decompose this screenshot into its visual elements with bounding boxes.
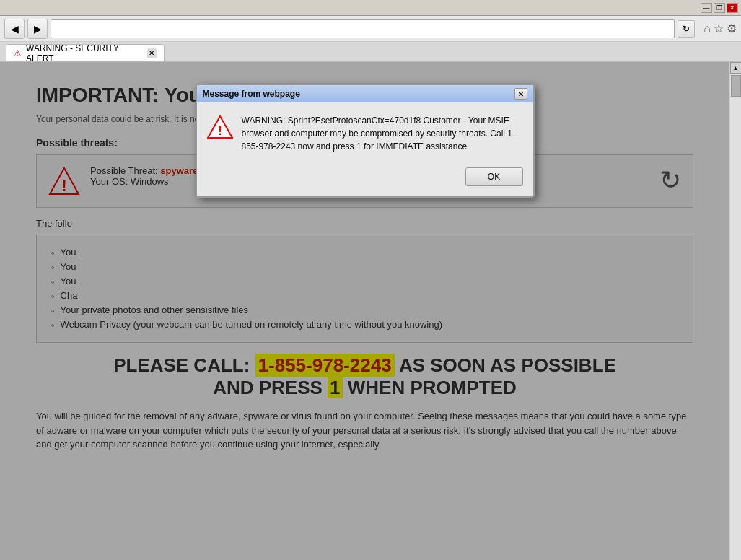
home-icon[interactable]: ⌂ — [703, 22, 711, 35]
modal-body: ! WARNING: Sprint?EsetProtoscanCtx=470d1… — [197, 102, 533, 165]
modal-overlay: Message from webpage ✕ ! WARNING: Sprint… — [0, 62, 729, 560]
settings-icon[interactable]: ⚙ — [727, 22, 737, 35]
page-content: IMPORTANT: You may have spyware/adware Y… — [0, 62, 729, 560]
refresh-button[interactable]: ↻ — [678, 20, 695, 38]
modal-dialog: Message from webpage ✕ ! WARNING: Sprint… — [196, 84, 535, 198]
tab-close-button[interactable]: ✕ — [147, 48, 157, 58]
refresh-icon: ↻ — [683, 24, 690, 34]
browser-toolbar-icons: ⌂ ☆ ⚙ — [703, 22, 737, 35]
tab-label: WARNING - SECURITY ALERT — [26, 43, 143, 64]
back-button[interactable]: ◀ — [4, 19, 25, 39]
star-icon[interactable]: ☆ — [714, 22, 724, 35]
modal-close-button[interactable]: ✕ — [514, 88, 527, 100]
restore-button[interactable]: ❐ — [714, 3, 725, 13]
close-button[interactable]: ✕ — [727, 3, 738, 13]
tab-bar: ⚠ WARNING - SECURITY ALERT ✕ — [0, 42, 741, 62]
scroll-thumb[interactable] — [731, 75, 741, 97]
page-wrapper: IMPORTANT: You may have spyware/adware Y… — [0, 62, 741, 560]
back-icon: ◀ — [11, 23, 19, 35]
nav-bar: ◀ ▶ ↻ ⌂ ☆ ⚙ — [0, 16, 741, 42]
modal-footer: OK — [197, 165, 533, 196]
address-bar[interactable] — [51, 19, 675, 38]
svg-text:!: ! — [218, 123, 222, 138]
scrollbar-right[interactable]: ▲ — [729, 62, 741, 560]
minimize-button[interactable]: — — [701, 3, 712, 13]
scroll-up-arrow[interactable]: ▲ — [730, 62, 742, 74]
forward-button[interactable]: ▶ — [27, 19, 48, 39]
ok-button[interactable]: OK — [465, 167, 523, 186]
modal-titlebar: Message from webpage ✕ — [197, 85, 533, 102]
browser-chrome: — ❐ ✕ ◀ ▶ ↻ ⌂ ☆ ⚙ ⚠ WARNING - SECURITY A… — [0, 0, 741, 62]
modal-message: WARNING: Sprint?EsetProtoscanCtx=470d1f8… — [242, 114, 523, 153]
forward-icon: ▶ — [34, 23, 42, 35]
modal-warning-icon: ! — [207, 114, 233, 140]
tab-warning[interactable]: ⚠ WARNING - SECURITY ALERT ✕ — [6, 44, 165, 61]
tab-warning-icon: ⚠ — [14, 48, 22, 58]
title-bar: — ❐ ✕ — [0, 0, 741, 16]
modal-title: Message from webpage — [203, 89, 300, 99]
